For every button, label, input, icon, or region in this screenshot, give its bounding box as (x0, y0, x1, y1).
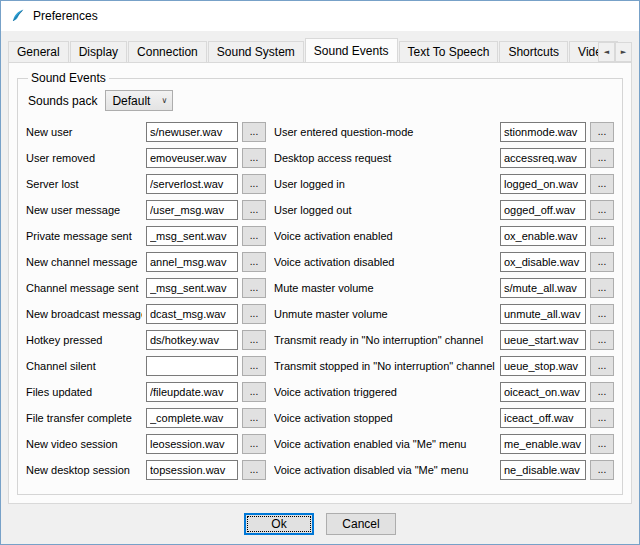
sound-file-input[interactable] (146, 148, 238, 168)
sound-file-input[interactable] (146, 174, 238, 194)
browse-button[interactable]: ... (590, 252, 614, 272)
sound-event-label: New video session (26, 438, 142, 450)
browse-button[interactable]: ... (242, 434, 266, 454)
browse-button[interactable]: ... (242, 278, 266, 298)
sound-file-input[interactable] (146, 434, 238, 454)
sound-file-input[interactable] (146, 460, 238, 480)
browse-button[interactable]: ... (590, 382, 614, 402)
sound-file-input[interactable] (146, 408, 238, 428)
browse-button[interactable]: ... (242, 408, 266, 428)
sounds-pack-label: Sounds pack (28, 94, 97, 108)
sound-file-input[interactable] (500, 252, 586, 272)
sound-event-row: New user message... (26, 200, 266, 220)
sound-file-input[interactable] (500, 226, 586, 246)
browse-button[interactable]: ... (590, 122, 614, 142)
browse-button[interactable]: ... (590, 200, 614, 220)
sound-file-input[interactable] (146, 356, 238, 376)
sound-file-input[interactable] (146, 200, 238, 220)
browse-button[interactable]: ... (242, 330, 266, 350)
sound-event-row: Files updated... (26, 382, 266, 402)
sound-event-row: Hotkey pressed... (26, 330, 266, 350)
sound-event-row: New video session... (26, 434, 266, 454)
browse-button[interactable]: ... (242, 200, 266, 220)
sound-file-input[interactable] (500, 122, 586, 142)
sound-event-label: Mute master volume (274, 282, 496, 294)
sound-event-label: Unmute master volume (274, 308, 496, 320)
browse-button[interactable]: ... (590, 226, 614, 246)
sounds-pack-value: Default (112, 94, 150, 108)
sound-file-input[interactable] (500, 148, 586, 168)
sound-file-input[interactable] (500, 408, 586, 428)
browse-button[interactable]: ... (242, 174, 266, 194)
browse-button[interactable]: ... (590, 174, 614, 194)
sound-file-input[interactable] (146, 278, 238, 298)
tab-connection[interactable]: Connection (128, 41, 207, 62)
sound-file-input[interactable] (146, 330, 238, 350)
browse-button[interactable]: ... (242, 122, 266, 142)
sound-file-input[interactable] (146, 122, 238, 142)
sound-event-label: Voice activation disabled via "Me" menu (274, 464, 496, 476)
sound-event-label: Channel silent (26, 360, 142, 372)
tab-general[interactable]: General (8, 41, 69, 62)
sound-event-label: Private message sent (26, 230, 142, 242)
tab-scroll-left-icon[interactable]: ◄ (598, 42, 615, 62)
browse-button[interactable]: ... (242, 382, 266, 402)
cancel-button[interactable]: Cancel (326, 513, 396, 535)
sound-file-input[interactable] (500, 434, 586, 454)
sound-event-row: Server lost... (26, 174, 266, 194)
browse-button[interactable]: ... (590, 434, 614, 454)
tab-display[interactable]: Display (70, 41, 127, 62)
browse-button[interactable]: ... (590, 460, 614, 480)
browse-button[interactable]: ... (590, 278, 614, 298)
browse-button[interactable]: ... (242, 252, 266, 272)
sound-events-grid: New user...User removed...Server lost...… (26, 122, 614, 486)
sound-event-row: Desktop access request... (274, 148, 614, 168)
sound-event-row: Channel message sent... (26, 278, 266, 298)
sound-event-row: Voice activation enabled... (274, 226, 614, 246)
browse-button[interactable]: ... (590, 330, 614, 350)
sound-file-input[interactable] (500, 174, 586, 194)
sound-event-row: Private message sent... (26, 226, 266, 246)
sound-file-input[interactable] (146, 226, 238, 246)
browse-button[interactable]: ... (242, 226, 266, 246)
sound-event-label: Server lost (26, 178, 142, 190)
tab-scroll-control: ◄ ► (598, 42, 632, 62)
sound-file-input[interactable] (146, 252, 238, 272)
sound-file-input[interactable] (500, 304, 586, 324)
sound-event-label: File transfer complete (26, 412, 142, 424)
sound-file-input[interactable] (500, 278, 586, 298)
sound-event-label: User entered question-mode (274, 126, 496, 138)
sound-file-input[interactable] (500, 330, 586, 350)
tab-scroll-right-icon[interactable]: ► (615, 42, 632, 62)
browse-button[interactable]: ... (242, 460, 266, 480)
tab-sound-system[interactable]: Sound System (208, 41, 304, 62)
sound-file-input[interactable] (500, 460, 586, 480)
sound-event-label: Hotkey pressed (26, 334, 142, 346)
browse-button[interactable]: ... (242, 148, 266, 168)
sound-event-row: Voice activation disabled via "Me" menu.… (274, 460, 614, 480)
sound-event-label: Voice activation triggered (274, 386, 496, 398)
sound-event-label: Transmit stopped in "No interruption" ch… (274, 360, 496, 372)
sounds-pack-select[interactable]: Default ∨ (105, 90, 173, 111)
sound-event-label: Voice activation enabled via "Me" menu (274, 438, 496, 450)
browse-button[interactable]: ... (242, 304, 266, 324)
sound-file-input[interactable] (146, 382, 238, 402)
sound-file-input[interactable] (500, 200, 586, 220)
sound-event-label: Voice activation stopped (274, 412, 496, 424)
browse-button[interactable]: ... (242, 356, 266, 376)
sound-event-label: New user (26, 126, 142, 138)
sound-file-input[interactable] (146, 304, 238, 324)
browse-button[interactable]: ... (590, 304, 614, 324)
browse-button[interactable]: ... (590, 148, 614, 168)
browse-button[interactable]: ... (590, 408, 614, 428)
sound-event-row: Voice activation stopped... (274, 408, 614, 428)
tab-text-to-speech[interactable]: Text To Speech (399, 41, 499, 62)
ok-button[interactable]: Ok (244, 513, 314, 535)
tab-sound-events[interactable]: Sound Events (305, 38, 398, 62)
sound-file-input[interactable] (500, 382, 586, 402)
title-bar: Preferences (1, 1, 639, 31)
sound-file-input[interactable] (500, 356, 586, 376)
browse-button[interactable]: ... (590, 356, 614, 376)
tab-shortcuts[interactable]: Shortcuts (499, 41, 568, 62)
sound-event-row: New desktop session... (26, 460, 266, 480)
